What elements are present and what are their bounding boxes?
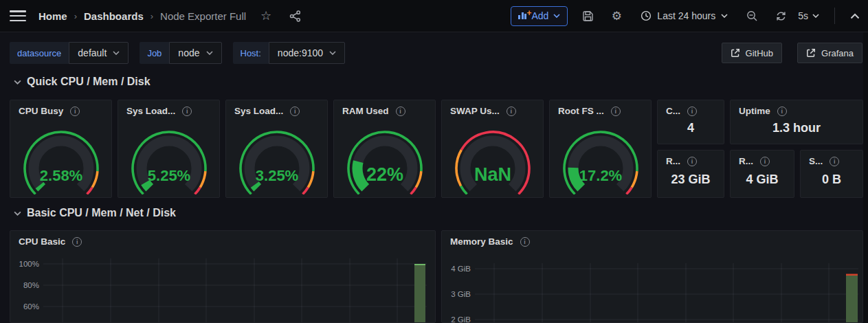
chevron-down-icon (206, 51, 213, 55)
variable-job: Job node (140, 42, 221, 64)
star-icon[interactable]: ☆ (257, 7, 275, 25)
timeseries-chart[interactable]: 100%80%60% (10, 231, 436, 323)
y-axis-tick: 60% (23, 302, 39, 311)
panel-header: Sys Load...i (118, 100, 219, 116)
section-row-quick[interactable]: Quick CPU / Mem / Disk (14, 76, 151, 88)
chevron-down-icon (14, 80, 21, 85)
dashboard-links: GitHub Grafana (722, 43, 863, 63)
panel-title[interactable]: S... (809, 156, 823, 166)
gauge-chart: 2.58% (10, 116, 112, 194)
panel-title[interactable]: R... (739, 156, 753, 166)
gauge-chart: 3.25% (226, 116, 328, 194)
panel-header: CPU Busyi (10, 100, 111, 116)
variable-datasource: datasource default (10, 42, 129, 64)
refresh-icon[interactable] (772, 7, 790, 25)
gauge-chart: 22% (334, 116, 436, 194)
gauge-chart: NaN (442, 116, 544, 194)
time-range-label: Last 24 hours (657, 10, 715, 21)
top-nav-bar: Home › Dashboards › Node Exporter Full ☆… (0, 0, 868, 32)
info-icon[interactable]: i (70, 107, 80, 116)
gauge-value: 17.2% (579, 167, 622, 184)
info-icon[interactable]: i (777, 107, 787, 116)
y-axis-tick: 4 GiB (451, 265, 471, 273)
info-icon[interactable]: i (396, 107, 405, 116)
section-row-basic[interactable]: Basic CPU / Mem / Net / Disk (14, 207, 176, 219)
panel-title[interactable]: Root FS ... (558, 106, 604, 116)
dashboard-submenu: datasource default Job node Host: node:9… (10, 42, 863, 64)
panel-header: RAM Usedi (334, 100, 435, 116)
breadcrumb-current-dashboard: Node Exporter Full (160, 10, 246, 22)
clock-icon (641, 10, 652, 21)
panel-header: R...i (658, 151, 724, 166)
gauge-value: NaN (474, 164, 511, 185)
panel-title[interactable]: SWAP Us... (450, 106, 500, 116)
time-range-picker[interactable]: Last 24 hours (636, 10, 732, 22)
panel-title[interactable]: R... (666, 156, 680, 166)
gauge-panel: SWAP Us...iNaN (441, 100, 544, 198)
panel-header: Uptimei (731, 100, 863, 116)
info-icon[interactable]: i (760, 157, 770, 166)
info-icon[interactable]: i (182, 107, 192, 116)
stat-value: 1.3 hour (731, 116, 863, 144)
chevron-down-icon (721, 14, 728, 18)
add-button[interactable]: + Add (511, 6, 568, 26)
github-link-button[interactable]: GitHub (722, 43, 782, 63)
y-axis-tick: 100% (19, 260, 39, 268)
grafana-link-button[interactable]: Grafana (797, 43, 863, 63)
panel-header: C...i (658, 100, 724, 116)
variable-label: datasource (10, 42, 69, 64)
variable-label: Host: (233, 42, 269, 64)
breadcrumb-separator: › (151, 11, 153, 21)
share-icon[interactable] (286, 7, 304, 25)
info-icon[interactable]: i (507, 107, 516, 116)
save-dashboard-icon[interactable] (579, 7, 597, 25)
breadcrumb-dashboards[interactable]: Dashboards (84, 10, 144, 22)
panel-title[interactable]: RAM Used (342, 106, 389, 116)
info-icon[interactable]: i (611, 107, 621, 116)
info-icon[interactable]: i (830, 157, 839, 166)
menu-icon[interactable] (10, 10, 26, 21)
gauge-value: 5.25% (148, 167, 190, 184)
variable-job-dropdown[interactable]: node (169, 42, 221, 64)
scrollbar[interactable] (863, 32, 868, 323)
breadcrumb: Home › Dashboards › Node Exporter Full ☆ (38, 7, 304, 25)
dashboard-settings-icon[interactable]: ⚙ (608, 7, 625, 25)
variable-host: Host: node:9100 (233, 42, 346, 64)
stat-value: 4 (658, 116, 724, 144)
panel-title[interactable]: Sys Load... (126, 106, 175, 116)
timeseries-chart[interactable]: 4 GiB3 GiB2 GiB (442, 231, 863, 323)
chevron-down-icon (329, 51, 336, 55)
add-panel-icon: + (518, 12, 526, 19)
gauge-value: 22% (366, 164, 403, 185)
gauge-panel: RAM Usedi22% (333, 100, 436, 198)
gauge-value: 2.58% (40, 167, 82, 184)
panel-title[interactable]: C... (666, 106, 680, 116)
stat-panel: R...i23 GiB (657, 150, 724, 198)
grafana-dashboard: Home › Dashboards › Node Exporter Full ☆… (0, 0, 868, 323)
refresh-interval-dropdown[interactable]: 5s (794, 10, 823, 22)
panel-title[interactable]: Uptime (739, 106, 770, 116)
zoom-out-time-icon[interactable] (743, 7, 761, 25)
stat-value: 0 B (801, 166, 863, 197)
variable-datasource-dropdown[interactable]: default (69, 42, 129, 64)
info-icon[interactable]: i (687, 107, 697, 116)
variable-host-dropdown[interactable]: node:9100 (269, 42, 345, 64)
info-icon[interactable]: i (290, 107, 300, 116)
gauge-panel: Sys Load...i3.25% (225, 100, 328, 198)
y-axis-tick: 3 GiB (451, 290, 471, 298)
panel-title[interactable]: Sys Load... (234, 106, 283, 116)
gauge-value: 3.25% (256, 167, 298, 184)
panel-title[interactable]: CPU Busy (19, 106, 63, 116)
chevron-down-icon (113, 51, 120, 55)
external-link-icon (806, 48, 816, 58)
scroll-top-icon[interactable] (846, 7, 864, 25)
timeseries-panel: CPU Basici100%80%60% (10, 230, 436, 323)
panel-header: R...i (731, 151, 794, 166)
stat-panel: S...i0 B (800, 150, 863, 198)
nav-toolbar: + Add ⚙ Last 24 hours (511, 6, 864, 26)
breadcrumb-home[interactable]: Home (38, 10, 67, 22)
panel-header: SWAP Us...i (442, 100, 543, 116)
stat-value: 23 GiB (658, 166, 724, 197)
info-icon[interactable]: i (687, 157, 697, 166)
chevron-down-icon (553, 14, 560, 18)
